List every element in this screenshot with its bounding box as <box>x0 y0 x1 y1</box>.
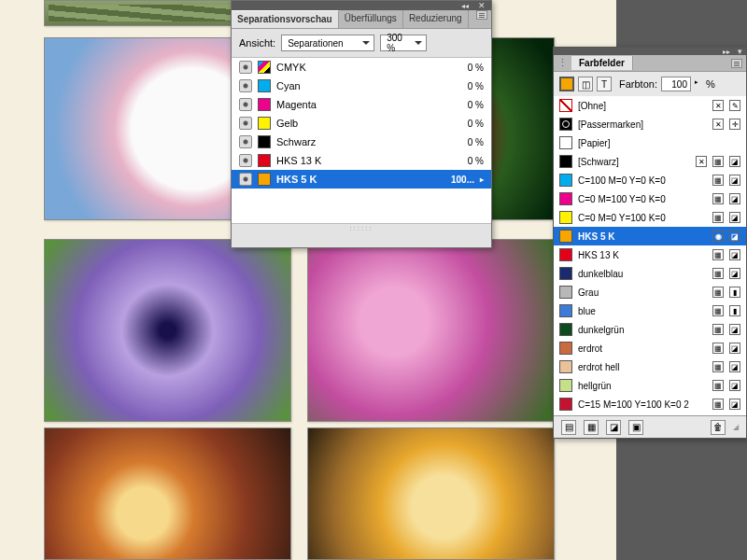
swatch-type-icon: ◪ <box>729 399 740 410</box>
panel-titlebar[interactable]: ◂◂ ✕ <box>232 1 491 10</box>
separation-row[interactable]: Magenta 0 % <box>232 95 491 114</box>
swatch-type-icon: ▦ <box>712 380 724 391</box>
swatch-name: C=0 M=100 Y=0 K=0 <box>578 194 707 204</box>
view-dropdown[interactable]: Separationen <box>281 35 374 51</box>
ink-name: HKS 5 K <box>276 174 445 185</box>
swatch-row[interactable]: HKS 13 K▦◪ <box>554 245 746 264</box>
color-swatch <box>559 136 572 149</box>
swatch-name: blue <box>578 306 707 316</box>
swatch-type-icon: ◪ <box>729 361 740 372</box>
swatch-type-icon: ◪ <box>729 193 740 204</box>
swatch-row[interactable]: hellgrün▦◪ <box>554 376 746 395</box>
panel-menu-icon[interactable] <box>476 10 487 20</box>
swatch-row[interactable]: C=100 M=0 Y=0 K=0▦◪ <box>554 171 746 189</box>
tab-separations[interactable]: Separationsvorschau <box>232 10 339 28</box>
visibility-toggle-icon[interactable] <box>239 61 252 74</box>
swatch-type-icon: ▮ <box>729 287 740 298</box>
expand-icon[interactable]: ▸▸ <box>723 48 730 56</box>
swatch-row[interactable]: [Papier] <box>554 133 746 152</box>
panel-menu-icon[interactable] <box>731 59 742 68</box>
zoom-dropdown[interactable]: 300 % <box>380 35 427 51</box>
show-list-button[interactable]: ▤ <box>561 420 576 435</box>
color-swatch <box>559 360 572 373</box>
collapse-icon[interactable]: ◂◂ <box>461 2 469 10</box>
color-swatch <box>559 230 572 243</box>
swatch-type-icon: ◪ <box>729 380 740 391</box>
panel-titlebar[interactable]: ▸▸ ▾ <box>554 48 746 55</box>
new-swatch-button[interactable]: ▣ <box>628 420 643 435</box>
separation-row[interactable]: Cyan 0 % <box>232 77 491 95</box>
swatch-type-icon: ✎ <box>729 100 740 111</box>
swatch-type-icon: ▦ <box>712 249 724 260</box>
swatch-row[interactable]: Grau▦▮ <box>554 283 746 301</box>
tab-swatches[interactable]: Farbfelder <box>571 56 633 70</box>
ink-name: Cyan <box>276 80 462 91</box>
placed-image[interactable] <box>307 239 555 422</box>
ink-name: Magenta <box>276 99 462 110</box>
swatch-type-icon: ▦ <box>712 287 724 298</box>
swatches-panel: ▸▸ ▾ ⋮ Farbfelder ◫ T Farbton: ▸ % [Ohne… <box>553 47 747 439</box>
swatch-name: [Schwarz] <box>578 157 690 167</box>
swatch-row[interactable]: C=0 M=0 Y=100 K=0▦◪ <box>554 208 746 227</box>
visibility-toggle-icon[interactable] <box>239 98 252 111</box>
swatch-row[interactable]: C=15 M=100 Y=100 K=0 2▦◪ <box>554 395 746 413</box>
ink-percent: 0 % <box>468 100 484 110</box>
show-small-button[interactable]: ▦ <box>584 420 599 435</box>
panel-controls: ◫ T Farbton: ▸ % <box>554 72 746 96</box>
panel-resize-grip[interactable]: :::::: <box>232 223 491 232</box>
swatch-type-icon: ◪ <box>729 231 740 242</box>
show-large-button[interactable]: ◪ <box>606 420 621 435</box>
swatch-row[interactable]: blue▦▮ <box>554 301 746 320</box>
swatch-type-icon: ▦ <box>712 324 724 335</box>
swatch-row[interactable]: [Schwarz]✕▦◪ <box>554 152 746 171</box>
swatch-row[interactable]: dunkelgrün▦◪ <box>554 320 746 339</box>
swatch-row[interactable]: erdrot▦◪ <box>554 339 746 357</box>
swatch-row[interactable]: HKS 5 K◉◪ <box>554 227 746 245</box>
separation-row[interactable]: Gelb 0 % <box>232 114 491 133</box>
swatch-type-icon: ▦ <box>712 399 724 410</box>
ink-swatch <box>258 154 271 167</box>
placed-image[interactable] <box>44 239 291 422</box>
trash-icon[interactable]: 🗑 <box>711 420 726 435</box>
ink-percent: 0 % <box>468 156 484 166</box>
placed-image[interactable] <box>44 427 291 560</box>
ink-swatch <box>258 79 271 92</box>
tab-flatten[interactable]: Reduzierung <box>403 10 469 28</box>
separations-list: CMYK 0 % Cyan 0 % Magenta 0 % Gelb 0 % S… <box>232 57 491 223</box>
swatch-name: [Ohne] <box>578 101 707 111</box>
swatch-type-icon: ▦ <box>712 305 724 316</box>
visibility-toggle-icon[interactable] <box>239 173 252 186</box>
ink-percent: 0 % <box>468 63 484 73</box>
swatch-row[interactable]: C=0 M=100 Y=0 K=0▦◪ <box>554 189 746 208</box>
separation-row[interactable]: CMYK 0 % <box>232 58 491 77</box>
visibility-toggle-icon[interactable] <box>239 79 252 92</box>
swatch-row[interactable]: dunkelblau▦◪ <box>554 264 746 283</box>
close-icon[interactable]: ✕ <box>478 1 486 10</box>
view-label: Ansicht: <box>239 37 275 49</box>
visibility-toggle-icon[interactable] <box>239 117 252 130</box>
placed-image[interactable] <box>307 427 555 560</box>
visibility-toggle-icon[interactable] <box>239 135 252 148</box>
visibility-toggle-icon[interactable] <box>239 154 252 167</box>
tab-trap[interactable]: Überfüllungs <box>339 10 403 28</box>
swatch-row[interactable]: [Ohne]✕✎ <box>554 96 746 115</box>
color-swatch <box>559 323 572 336</box>
color-swatch <box>559 248 572 261</box>
swatch-type-icon: ▦ <box>712 193 724 204</box>
color-swatch <box>559 304 572 317</box>
resize-grip-icon[interactable]: ◢ <box>733 423 739 431</box>
swatch-type-icon: ✕ <box>696 156 707 167</box>
separation-row[interactable]: HKS 13 K 0 % <box>232 151 491 170</box>
separation-row[interactable]: Schwarz 0 % <box>232 133 491 151</box>
separation-row[interactable]: HKS 5 K 100... ▸ <box>232 170 491 189</box>
swatch-row[interactable]: [Passermarken]✕✛ <box>554 115 746 133</box>
fill-swatch-button[interactable] <box>559 77 574 91</box>
tint-input[interactable] <box>661 77 691 91</box>
swatch-row[interactable]: erdrot hell▦◪ <box>554 357 746 376</box>
swatch-type-icon: ◪ <box>729 249 740 260</box>
formatting-container-button[interactable]: ◫ <box>578 77 593 91</box>
close-icon[interactable]: ▾ <box>738 47 742 56</box>
color-swatch <box>559 286 572 299</box>
swatch-name: Grau <box>578 287 707 298</box>
formatting-text-button[interactable]: T <box>597 77 612 91</box>
